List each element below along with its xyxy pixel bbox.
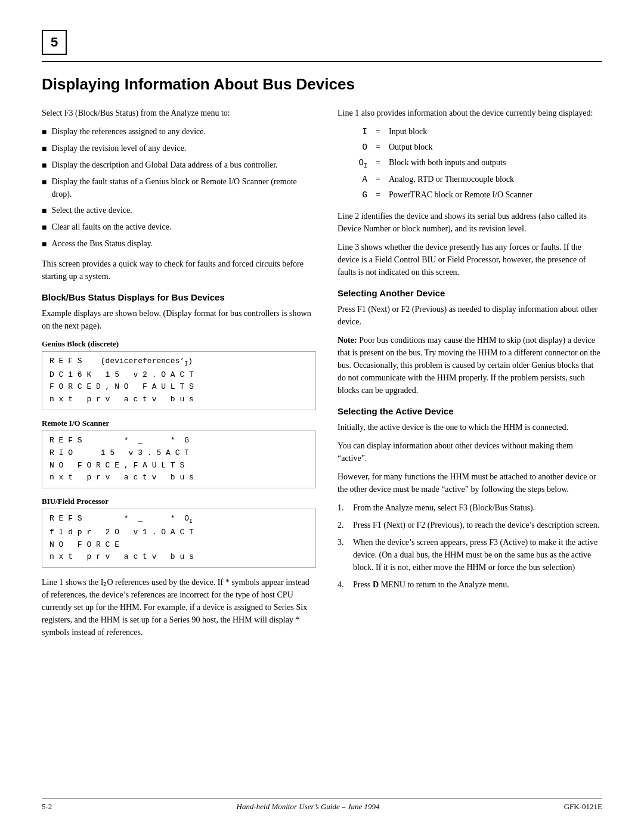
biu-line-2: f l d p r 2 O v 1 . O A C T: [49, 527, 308, 539]
bullet-icon: ■: [42, 126, 47, 138]
num-label: 1.: [338, 501, 349, 514]
io-symbol-o: O: [349, 141, 367, 154]
intro-para2: This screen provides a quick way to chec…: [42, 258, 316, 283]
io-symbol-a: A: [349, 174, 367, 186]
remote-line-1: R E F S * _ * G: [49, 435, 308, 447]
list-item: ■ Display the description and Global Dat…: [42, 159, 316, 172]
list-item: ■ Select the active device.: [42, 204, 316, 217]
io-eq: =: [372, 156, 384, 169]
genius-line-4: n x t p r v a c t v b u s: [49, 394, 308, 406]
two-column-layout: Select F3 (Block/Bus Status) from the An…: [42, 107, 602, 645]
intro-para1: Select F3 (Block/Bus Status) from the An…: [42, 107, 316, 119]
io-desc-analog: Analog, RTD or Thermocouple block: [389, 173, 602, 185]
io-row-analog: A = Analog, RTD or Thermocouple block: [349, 173, 602, 186]
genius-line-2: D C 1 6 K 1 5 v 2 . O A C T: [49, 369, 308, 382]
bullet-icon: ■: [42, 221, 47, 234]
io-symbol-g: G: [349, 189, 367, 202]
num-label: 3.: [338, 536, 349, 549]
note-label: Note:: [338, 336, 357, 345]
biu-line-3: N O F O R C E: [49, 539, 308, 552]
io-symbol-oi: OI: [349, 157, 367, 171]
num-label: 2.: [338, 519, 349, 531]
genius-line-3: F O R C E D , N O F A U L T S: [49, 381, 308, 394]
chapter-header: 5: [42, 30, 602, 55]
io-row-output: O = Output block: [349, 141, 602, 154]
list-item: ■ Display the revision level of any devi…: [42, 142, 316, 155]
io-desc-output: Output block: [389, 141, 602, 153]
remote-line-2: R I O 1 5 v 3 . 5 A C T: [49, 447, 308, 460]
genius-block-label: Genius Block (discrete): [42, 339, 316, 349]
section2-para1: Press F1 (Next) or F2 (Previous) as need…: [338, 303, 602, 328]
bullet-icon: ■: [42, 205, 47, 217]
left-column: Select F3 (Block/Bus Status) from the An…: [42, 107, 316, 645]
section3-para1: Initially, the active device is the one …: [338, 421, 602, 433]
numbered-item-4: Press D MENU to return to the Analyze me…: [353, 578, 509, 591]
bullet-icon: ■: [42, 159, 47, 172]
biu-label: BIU/Field Processor: [42, 497, 316, 506]
io-desc-input: Input block: [389, 125, 602, 138]
remote-line-4: n x t p r v a c t v b u s: [49, 472, 308, 484]
footer-left: 5-2: [42, 802, 52, 812]
genius-block-display: R E F S (devicereferences’I) D C 1 6 K 1…: [42, 351, 316, 410]
bullet-icon: ■: [42, 238, 47, 250]
remote-scanner-display: R E F S * _ * G R I O 1 5 v 3 . 5 A C T …: [42, 431, 316, 488]
list-item: 2. Press F1 (Next) or F2 (Previous), to …: [338, 519, 602, 531]
chapter-number: 5: [42, 30, 67, 55]
io-eq: =: [372, 125, 384, 138]
section3-para2: You can display information about other …: [338, 439, 602, 465]
line3-para: Line 3 shows whether the device presentl…: [338, 241, 602, 278]
section1-para1: Example displays are shown below. (Displ…: [42, 307, 316, 332]
page-footer: 5-2 Hand-held Monitor User’s Guide – Jun…: [42, 798, 602, 812]
note-para: Note: Poor bus conditions may cause the …: [338, 334, 602, 397]
page: 5 Displaying Information About Bus Devic…: [0, 0, 644, 833]
remote-scanner-label: Remote I/O Scanner: [42, 419, 316, 428]
footer-center: Hand-held Monitor User’s Guide – June 19…: [237, 802, 380, 812]
list-item: ■ Display the fault status of a Genius b…: [42, 175, 316, 200]
section3-heading: Selecting the Active Device: [338, 406, 602, 416]
list-item: 4. Press D MENU to return to the Analyze…: [338, 578, 602, 591]
io-eq: =: [372, 188, 384, 201]
bullet-list: ■ Display the references assigned to any…: [42, 125, 316, 250]
io-row-both: OI = Block with both inputs and outputs: [349, 156, 602, 171]
list-item: 1. From the Analyze menu, select F3 (Blo…: [338, 501, 602, 514]
section2-heading: Selecting Another Device: [338, 288, 602, 298]
num-label: 4.: [338, 578, 349, 591]
biu-display: R E F S * _ * OI f l d p r 2 O v 1 . O A…: [42, 509, 316, 568]
numbered-steps: 1. From the Analyze menu, select F3 (Blo…: [338, 501, 602, 591]
list-item: ■ Access the Bus Status display.: [42, 237, 316, 250]
io-table: I = Input block O = Output block OI = Bl…: [349, 125, 602, 202]
list-item: ■ Clear all faults on the active device.: [42, 221, 316, 234]
line2-para: Line 2 identifies the device and shows i…: [338, 210, 602, 235]
bullet-icon: ■: [42, 176, 47, 188]
io-row-input: I = Input block: [349, 125, 602, 138]
io-row-powertrac: G = PowerTRAC block or Remote I/O Scanne…: [349, 188, 602, 202]
line1-para: Line 1 shows the I₂O references used by …: [42, 576, 316, 639]
list-item: 3. When the device’s screen appears, pre…: [338, 536, 602, 574]
line1-info-para: Line 1 also provides information about t…: [338, 107, 602, 119]
section1-heading: Block/Bus Status Displays for Bus Device…: [42, 292, 316, 302]
note-text: Poor bus conditions may cause the HHM to…: [338, 336, 600, 395]
biu-line-4: n x t p r v a c t v b u s: [49, 551, 308, 563]
right-column: Line 1 also provides information about t…: [338, 107, 602, 645]
list-item: ■ Display the references assigned to any…: [42, 125, 316, 138]
io-symbol-i: I: [349, 126, 367, 138]
footer-right: GFK-0121E: [564, 802, 602, 812]
io-desc-both: Block with both inputs and outputs: [389, 156, 602, 169]
page-title: Displaying Information About Bus Devices: [42, 75, 602, 94]
io-eq: =: [372, 173, 384, 185]
io-eq: =: [372, 141, 384, 153]
bullet-icon: ■: [42, 143, 47, 155]
section3-para3: However, for many functions the HHM must…: [338, 470, 602, 496]
remote-line-3: N O F O R C E , F A U L T S: [49, 460, 308, 472]
genius-line-1: R E F S (devicereferences’I): [49, 355, 308, 369]
biu-line-1: R E F S * _ * OI: [49, 513, 308, 527]
header-rule: [42, 61, 602, 62]
io-desc-powertrac: PowerTRAC block or Remote I/O Scanner: [389, 188, 602, 201]
